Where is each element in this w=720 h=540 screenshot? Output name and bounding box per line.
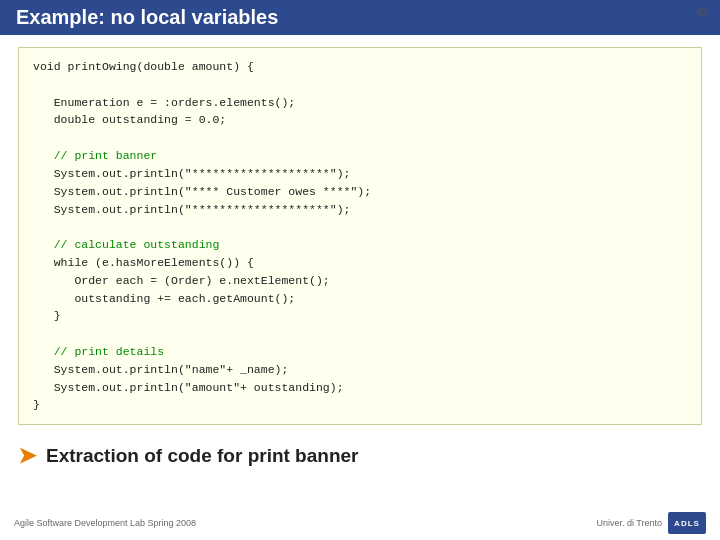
code-block: void printOwing(double amount) { Enumera… [18, 47, 702, 425]
code-line: } [33, 396, 687, 414]
code-line: void printOwing(double amount) { [33, 58, 687, 76]
code-line: System.out.println("********************… [33, 201, 687, 219]
slide-number: 45 [696, 6, 708, 18]
footer: Agile Software Development Lab Spring 20… [0, 512, 720, 534]
code-line [33, 325, 687, 343]
footer-logo-label: ADLS [674, 519, 700, 528]
bullet-text: Extraction of code for print banner [46, 445, 358, 467]
code-comment-calculate: // calculate outstanding [33, 236, 687, 254]
code-line [33, 76, 687, 94]
footer-left-text: Agile Software Development Lab Spring 20… [14, 518, 196, 528]
code-line: double outstanding = 0.0; [33, 111, 687, 129]
slide-container: 45 Example: no local variables void prin… [0, 0, 720, 540]
code-line [33, 218, 687, 236]
code-line: System.out.println("name"+ _name); [33, 361, 687, 379]
slide-title: Example: no local variables [0, 0, 720, 35]
code-line: Order each = (Order) e.nextElement(); [33, 272, 687, 290]
bullet-section: ➤ Extraction of code for print banner [18, 443, 702, 469]
code-line: outstanding += each.getAmount(); [33, 290, 687, 308]
code-line [33, 129, 687, 147]
code-line: while (e.hasMoreElements()) { [33, 254, 687, 272]
code-line: System.out.println("********************… [33, 165, 687, 183]
code-comment-print-banner: // print banner [33, 147, 687, 165]
code-line: System.out.println("amount"+ outstanding… [33, 379, 687, 397]
code-line: System.out.println("**** Customer owes *… [33, 183, 687, 201]
footer-right: Univer. di Trento ADLS [596, 512, 706, 534]
arrow-icon: ➤ [18, 443, 36, 469]
footer-logo-box: ADLS [668, 512, 706, 534]
code-comment-print-details: // print details [33, 343, 687, 361]
code-line: } [33, 307, 687, 325]
code-line: Enumeration e = :orders.elements(); [33, 94, 687, 112]
footer-university-text: Univer. di Trento [596, 518, 662, 528]
